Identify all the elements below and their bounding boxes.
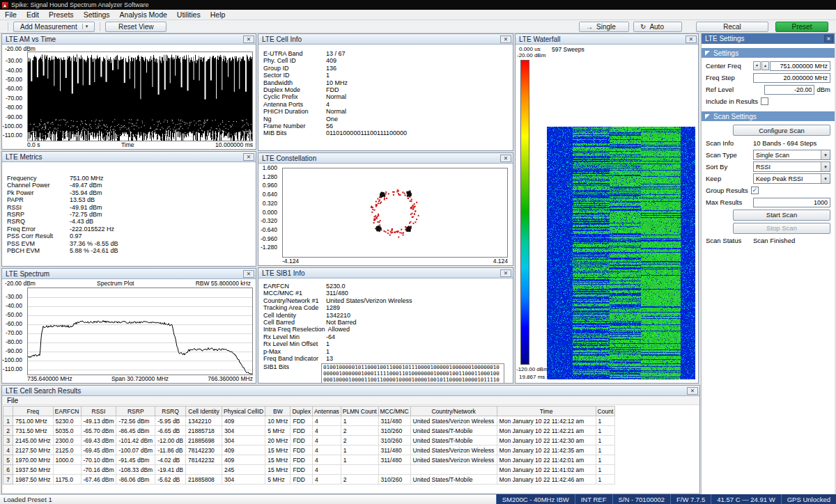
group-results-checkbox[interactable]: ✓ bbox=[751, 187, 759, 194]
table-cell: 5035.0 bbox=[53, 426, 81, 436]
column-header[interactable]: Time bbox=[497, 407, 596, 416]
menu-edit[interactable]: Edit bbox=[22, 10, 44, 19]
close-icon[interactable]: ✕ bbox=[243, 153, 254, 161]
column-header[interactable]: Duplex bbox=[291, 407, 312, 416]
info-row: Group ID136 bbox=[263, 65, 513, 72]
row-number[interactable]: 6 bbox=[3, 465, 13, 475]
include-in-results-checkbox[interactable] bbox=[761, 97, 768, 105]
recal-button[interactable]: Recal bbox=[696, 22, 768, 32]
panel-titlebar[interactable]: LTE Constellation ✕ bbox=[258, 153, 513, 164]
panel-titlebar[interactable]: LTE Cell Info ✕ bbox=[258, 34, 513, 45]
info-row: RSSI-49.91 dBm bbox=[7, 204, 256, 211]
table-cell: FDD bbox=[291, 465, 312, 475]
preset-button[interactable]: Preset bbox=[775, 22, 828, 32]
column-header[interactable]: RSRP bbox=[116, 407, 155, 416]
table-row[interactable]: 71987.50 MHz1175.0-67.46 dBm-86.06 dBm-5… bbox=[3, 475, 615, 485]
ref-level-input[interactable] bbox=[764, 85, 814, 95]
column-header[interactable]: MCC/MNC bbox=[378, 407, 410, 416]
group-results-row: Group Results ✓ bbox=[702, 184, 835, 196]
close-icon[interactable]: ✕ bbox=[687, 387, 698, 395]
scan-type-select[interactable]: Single Scan▾ bbox=[753, 150, 830, 160]
single-sweep-button[interactable]: →Single bbox=[579, 22, 629, 32]
sort-by-select[interactable]: RSSI▾ bbox=[753, 162, 830, 172]
column-header[interactable]: Count bbox=[596, 407, 615, 416]
row-number[interactable]: 2 bbox=[3, 426, 13, 436]
settings-panel-header[interactable]: LTE Settings ✕ bbox=[702, 33, 835, 44]
close-icon[interactable]: ✕ bbox=[500, 269, 511, 277]
stop-scan-button[interactable]: Stop Scan bbox=[733, 223, 830, 234]
ref-level-unit: dBm bbox=[816, 86, 830, 93]
row-number[interactable]: 3 bbox=[3, 436, 13, 446]
row-number[interactable]: 7 bbox=[3, 475, 13, 485]
menu-file[interactable]: File bbox=[0, 10, 22, 19]
column-header[interactable]: Country/Network bbox=[410, 407, 497, 416]
table-cell: -6.65 dB bbox=[155, 426, 186, 436]
waterfall-plot[interactable] bbox=[547, 54, 695, 379]
row-number[interactable]: 1 bbox=[3, 416, 13, 426]
menu-presets[interactable]: Presets bbox=[44, 10, 79, 19]
section-header-scan-settings[interactable]: Scan Settings bbox=[702, 111, 835, 121]
close-icon[interactable]: ✕ bbox=[243, 270, 254, 278]
table-cell: 1 bbox=[596, 436, 615, 446]
column-header[interactable] bbox=[3, 407, 13, 416]
column-header[interactable]: PLMN Count bbox=[341, 407, 378, 416]
close-icon[interactable]: ✕ bbox=[686, 36, 697, 43]
center-freq-input[interactable] bbox=[770, 61, 830, 71]
menu-analysis-mode[interactable]: Analysis Mode bbox=[115, 10, 172, 19]
column-header[interactable]: Cell Identity bbox=[186, 407, 222, 416]
section-header-settings[interactable]: Settings bbox=[702, 48, 835, 58]
table-cell: United States/T-Mobile bbox=[410, 436, 497, 446]
info-row: Duplex ModeFDD bbox=[263, 86, 513, 93]
row-number[interactable]: 5 bbox=[3, 455, 13, 465]
table-cell: 310/260 bbox=[378, 426, 410, 436]
results-menu-file[interactable]: File bbox=[2, 397, 23, 404]
row-number[interactable]: 4 bbox=[3, 446, 13, 455]
column-header[interactable]: RSSI bbox=[81, 407, 116, 416]
panel-titlebar[interactable]: LTE Cell Search Results ✕ bbox=[2, 386, 699, 396]
table-row[interactable]: 32145.00 MHz2300.0-69.43 dBm-101.42 dBm-… bbox=[3, 436, 615, 446]
column-header[interactable]: RSRQ bbox=[155, 407, 186, 416]
step-up-button[interactable]: ▴ bbox=[761, 61, 769, 70]
panel-titlebar[interactable]: LTE AM vs Time ✕ bbox=[2, 34, 256, 45]
panel-titlebar[interactable]: LTE Metrics ✕ bbox=[2, 152, 256, 162]
panel-titlebar[interactable]: LTE Spectrum ✕ bbox=[2, 269, 256, 279]
table-row[interactable]: 42127.50 MHz2125.0-69.45 dBm-100.07 dBm-… bbox=[3, 446, 615, 455]
axis-tick-label: 0.640 bbox=[263, 191, 277, 198]
spectrum-plot[interactable] bbox=[27, 288, 253, 375]
cell-search-table: FreqEARFCNRSSIRSRPRSRQCell IdentityPhysi… bbox=[3, 406, 615, 485]
auto-sweep-button[interactable]: ↻Auto bbox=[633, 22, 682, 32]
add-measurement-button[interactable]: Add Measurement▾ bbox=[13, 22, 95, 32]
table-row[interactable]: 1751.00 MHz5230.0-49.13 dBm-72.56 dBm-5.… bbox=[3, 416, 615, 426]
status-segment: SM200C - 40MHz IBW bbox=[496, 494, 575, 504]
panel-titlebar[interactable]: LTE SIB1 Info ✕ bbox=[258, 268, 513, 278]
reset-view-button[interactable]: Reset View bbox=[105, 22, 167, 32]
freq-step-input[interactable] bbox=[753, 73, 830, 83]
max-results-input[interactable] bbox=[753, 198, 830, 207]
table-row[interactable]: 61937.50 MHz-70.16 dBm-108.33 dBm-19.41 … bbox=[3, 465, 615, 475]
axis-tick-label: -70.00 bbox=[6, 94, 22, 101]
close-icon[interactable]: ✕ bbox=[824, 35, 833, 42]
table-row[interactable]: 51970.00 MHz1000.0-70.10 dBm-91.45 dBm-4… bbox=[3, 455, 615, 465]
step-down-button[interactable]: ▾ bbox=[753, 61, 761, 70]
close-icon[interactable]: ✕ bbox=[500, 36, 511, 43]
column-header[interactable]: Physical CellID bbox=[222, 407, 265, 416]
column-header[interactable]: Freq bbox=[13, 407, 54, 416]
column-header[interactable]: Antennas bbox=[312, 407, 341, 416]
menu-utilities[interactable]: Utilities bbox=[172, 10, 206, 19]
results-menu-bar: File bbox=[2, 396, 699, 405]
column-header[interactable]: EARFCN bbox=[53, 407, 81, 416]
menu-help[interactable]: Help bbox=[206, 10, 231, 19]
info-row: E-UTRA Band13 / 67 bbox=[263, 50, 513, 57]
constellation-plot[interactable] bbox=[282, 168, 508, 258]
panel-titlebar[interactable]: LTE Waterfall ✕ bbox=[516, 34, 698, 45]
column-header[interactable]: BW bbox=[265, 407, 291, 416]
start-scan-button[interactable]: Start Scan bbox=[733, 210, 830, 221]
toolbar-separator bbox=[100, 22, 100, 31]
keep-select[interactable]: Keep Peak RSSI▾ bbox=[753, 173, 830, 184]
configure-scan-button[interactable]: Configure Scan bbox=[733, 125, 830, 136]
close-icon[interactable]: ✕ bbox=[500, 155, 511, 162]
am-vs-time-plot[interactable] bbox=[27, 52, 253, 141]
menu-settings[interactable]: Settings bbox=[79, 10, 115, 19]
table-row[interactable]: 2731.50 MHz5035.0-65.70 dBm-86.45 dBm-6.… bbox=[3, 426, 615, 436]
close-icon[interactable]: ✕ bbox=[243, 36, 254, 43]
